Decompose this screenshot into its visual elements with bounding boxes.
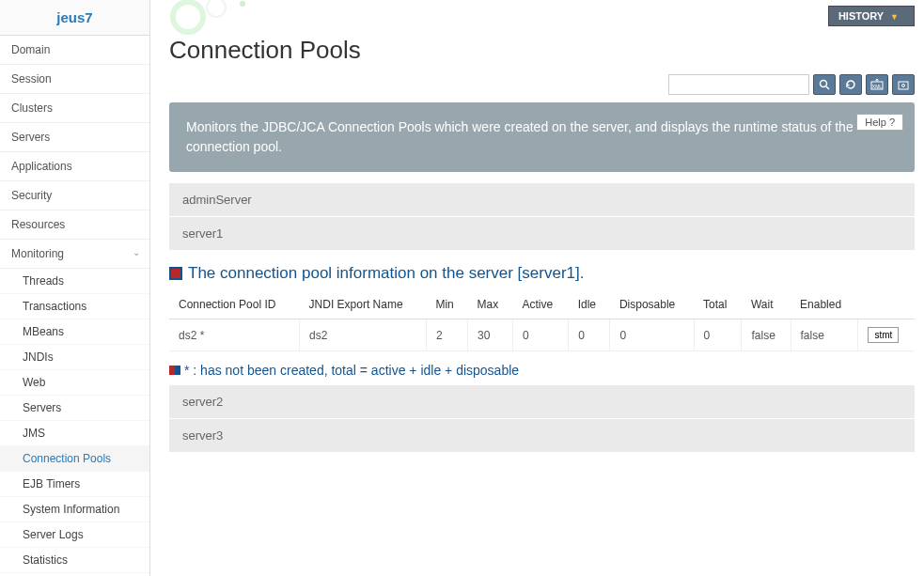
- search-icon[interactable]: [813, 74, 836, 95]
- svg-rect-7: [899, 82, 908, 89]
- table-header-row: Connection Pool ID JNDI Export Name Min …: [169, 290, 915, 319]
- server-row-server1[interactable]: server1: [169, 217, 915, 251]
- history-label: HISTORY: [838, 10, 884, 22]
- subnav-servers[interactable]: Servers: [0, 396, 149, 421]
- search-input[interactable]: [668, 74, 809, 95]
- connection-pool-table: Connection Pool ID JNDI Export Name Min …: [169, 290, 915, 351]
- nav-domain[interactable]: Domain: [0, 36, 149, 65]
- nav-session[interactable]: Session: [0, 65, 149, 94]
- nav-security[interactable]: Security: [0, 181, 149, 210]
- chevron-down-icon: ▼: [890, 12, 899, 22]
- server-row-server2[interactable]: server2: [169, 385, 915, 419]
- cell-min: 2: [426, 319, 467, 351]
- subnav-mbeans[interactable]: MBeans: [0, 319, 149, 345]
- subnav-ejb-timers[interactable]: EJB Timers: [0, 472, 149, 497]
- cell-max: 30: [468, 319, 513, 351]
- legend: * : has not been created, total = active…: [169, 363, 915, 378]
- cell-jndi: ds2: [300, 319, 427, 351]
- subnav-jndis[interactable]: JNDIs: [0, 345, 149, 370]
- table-row[interactable]: ds2 * ds2 2 30 0 0 0 0 false false stmt: [169, 319, 915, 351]
- app-logo[interactable]: jeus7: [0, 0, 149, 36]
- subnav-transactions[interactable]: Transactions: [0, 294, 149, 319]
- top-row: HISTORY ▼: [169, 0, 915, 32]
- legend-flag-icon: [169, 366, 180, 375]
- section-title: The connection pool information on the s…: [169, 264, 915, 283]
- th-wait[interactable]: Wait: [742, 290, 791, 319]
- cell-idle: 0: [569, 319, 610, 351]
- main-content: HISTORY ▼ Connection Pools XML Monitors …: [150, 0, 924, 576]
- subnav-server-logs[interactable]: Server Logs: [0, 522, 149, 548]
- cell-disposable: 0: [610, 319, 694, 351]
- th-jndi[interactable]: JNDI Export Name: [300, 290, 427, 319]
- th-active[interactable]: Active: [513, 290, 569, 319]
- page-title: Connection Pools: [169, 36, 915, 65]
- settings-icon[interactable]: [892, 74, 915, 95]
- search-row: XML: [169, 74, 915, 95]
- subnav-web[interactable]: Web: [0, 370, 149, 396]
- th-blank: [858, 290, 915, 319]
- nav-clusters[interactable]: Clusters: [0, 94, 149, 123]
- subnav-threads[interactable]: Threads: [0, 269, 149, 294]
- refresh-icon[interactable]: [839, 74, 862, 95]
- svg-point-3: [821, 81, 827, 87]
- subnav-system-information[interactable]: System Information: [0, 497, 149, 522]
- nav-monitoring[interactable]: Monitoring ⌄: [0, 240, 149, 269]
- subnav-statistics[interactable]: Statistics: [0, 548, 149, 573]
- info-banner: Monitors the JDBC/JCA Connection Pools w…: [169, 102, 915, 172]
- history-button[interactable]: HISTORY ▼: [828, 6, 915, 26]
- nav-monitoring-label: Monitoring: [11, 247, 64, 260]
- th-total[interactable]: Total: [694, 290, 742, 319]
- cell-id: ds2 *: [169, 319, 300, 351]
- cell-total: 0: [694, 319, 742, 351]
- cell-wait: false: [742, 319, 791, 351]
- th-idle[interactable]: Idle: [569, 290, 610, 319]
- legend-text: * : has not been created, total = active…: [184, 363, 519, 378]
- th-min[interactable]: Min: [426, 290, 467, 319]
- cell-active: 0: [513, 319, 569, 351]
- th-enabled[interactable]: Enabled: [791, 290, 858, 319]
- nav-applications[interactable]: Applications: [0, 152, 149, 181]
- subnav-jms[interactable]: JMS: [0, 421, 149, 446]
- section-title-text: The connection pool information on the s…: [188, 264, 584, 283]
- section-icon: [169, 267, 182, 280]
- monitoring-subnav: Threads Transactions MBeans JNDIs Web Se…: [0, 269, 149, 576]
- th-disposable[interactable]: Disposable: [610, 290, 694, 319]
- svg-line-4: [826, 86, 829, 89]
- server-row-server3[interactable]: server3: [169, 419, 915, 453]
- banner-text: Monitors the JDBC/JCA Connection Pools w…: [186, 119, 854, 154]
- chevron-down-icon: ⌄: [133, 247, 140, 257]
- nav-servers[interactable]: Servers: [0, 123, 149, 152]
- cell-enabled: false: [791, 319, 858, 351]
- cell-action: stmt: [858, 319, 915, 351]
- sidebar: jeus7 Domain Session Clusters Servers Ap…: [0, 0, 150, 576]
- help-button[interactable]: Help ?: [856, 114, 903, 131]
- nav-resources[interactable]: Resources: [0, 210, 149, 240]
- th-max[interactable]: Max: [468, 290, 513, 319]
- stmt-button[interactable]: stmt: [868, 327, 899, 343]
- th-id[interactable]: Connection Pool ID: [169, 290, 300, 319]
- svg-text:XML: XML: [872, 84, 883, 89]
- export-xml-icon[interactable]: XML: [866, 74, 888, 95]
- server-row-admin[interactable]: adminServer: [169, 183, 915, 217]
- svg-point-8: [902, 85, 905, 87]
- subnav-connection-pools[interactable]: Connection Pools: [0, 446, 149, 472]
